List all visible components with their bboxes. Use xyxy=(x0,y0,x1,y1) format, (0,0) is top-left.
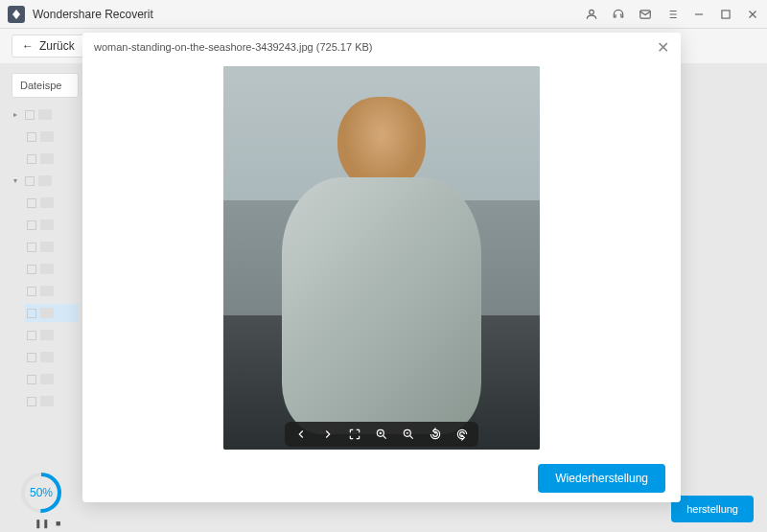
chevron-down-icon: ▾ xyxy=(13,176,21,185)
folder-icon xyxy=(40,352,54,362)
folder-icon xyxy=(40,396,54,406)
user-icon[interactable] xyxy=(585,8,598,21)
recover-button[interactable]: Wiederherstellung xyxy=(538,464,665,493)
stop-icon[interactable]: ■ xyxy=(56,519,60,528)
svg-rect-2 xyxy=(722,10,730,17)
tree-item[interactable] xyxy=(25,304,79,322)
folder-icon xyxy=(40,153,54,164)
tree-item[interactable] xyxy=(25,348,79,366)
checkbox[interactable] xyxy=(27,198,36,208)
tree-item[interactable] xyxy=(25,216,79,234)
back-button[interactable]: ← Zurück xyxy=(12,35,85,58)
checkbox[interactable] xyxy=(27,353,36,362)
folder-icon xyxy=(40,374,54,384)
folder-icon xyxy=(38,175,52,186)
app-icon xyxy=(8,6,25,23)
folder-icon xyxy=(40,330,54,340)
checkbox[interactable] xyxy=(27,375,36,384)
modal-filename: woman-standing-on-the-seashore-3439243.j… xyxy=(94,41,657,53)
headset-icon[interactable] xyxy=(612,8,625,21)
zoom-in-icon[interactable] xyxy=(375,428,388,441)
recover-button-bg[interactable]: herstellung xyxy=(671,496,754,522)
image-toolbar xyxy=(285,422,478,447)
list-icon[interactable] xyxy=(665,8,679,21)
tree-item[interactable] xyxy=(25,150,79,168)
folder-icon xyxy=(40,220,54,230)
pause-icon[interactable]: ❚❚ xyxy=(35,519,50,528)
maximize-icon[interactable] xyxy=(719,8,732,21)
back-label: Zurück xyxy=(39,39,75,53)
tree-item[interactable] xyxy=(25,326,79,344)
tree-item[interactable]: ▾ xyxy=(12,172,79,190)
sidebar: Dateispe ▸ ▾ xyxy=(12,73,79,485)
tree-item[interactable] xyxy=(25,194,79,212)
arrow-left-icon: ← xyxy=(22,39,34,53)
checkbox[interactable] xyxy=(27,132,36,142)
folder-icon xyxy=(38,109,52,120)
tree-item[interactable] xyxy=(25,282,79,300)
prev-icon[interactable] xyxy=(294,428,308,441)
folder-icon xyxy=(40,242,54,252)
tree-item[interactable] xyxy=(25,370,79,388)
progress-ring: 50% xyxy=(19,471,63,515)
checkbox[interactable] xyxy=(27,154,36,164)
checkbox[interactable] xyxy=(27,331,36,340)
app-title: Wondershare Recoverit xyxy=(33,8,585,21)
folder-icon xyxy=(40,264,54,274)
tree-header[interactable]: Dateispe xyxy=(12,73,79,98)
tree-item[interactable]: ▸ xyxy=(12,105,79,124)
folder-icon xyxy=(40,197,54,208)
modal-header: woman-standing-on-the-seashore-3439243.j… xyxy=(82,33,681,61)
folder-icon xyxy=(40,308,54,318)
next-icon[interactable] xyxy=(321,428,335,441)
folder-icon xyxy=(40,286,54,296)
preview-modal: woman-standing-on-the-seashore-3439243.j… xyxy=(82,33,681,502)
checkbox[interactable] xyxy=(27,287,36,296)
tree-item[interactable] xyxy=(25,260,79,278)
close-icon[interactable]: ✕ xyxy=(657,38,669,57)
tree-item[interactable] xyxy=(25,238,79,256)
tree-item[interactable] xyxy=(25,392,79,410)
rotate-right-icon[interactable] xyxy=(455,428,469,441)
checkbox[interactable] xyxy=(27,309,36,318)
preview-image xyxy=(223,66,540,450)
scan-controls: ❚❚ ■ xyxy=(35,519,60,528)
fullscreen-icon[interactable] xyxy=(348,428,361,441)
checkbox[interactable] xyxy=(25,110,35,120)
preview-body xyxy=(82,61,681,454)
svg-point-0 xyxy=(590,10,594,14)
checkbox[interactable] xyxy=(25,176,35,186)
titlebar: Wondershare Recoverit xyxy=(0,0,767,29)
close-icon[interactable] xyxy=(746,8,759,21)
zoom-out-icon[interactable] xyxy=(402,428,415,441)
checkbox[interactable] xyxy=(27,265,36,274)
folder-icon xyxy=(40,131,54,142)
chevron-right-icon: ▸ xyxy=(13,110,21,119)
modal-footer: Wiederherstellung xyxy=(82,454,681,502)
checkbox[interactable] xyxy=(27,397,36,406)
rotate-left-icon[interactable] xyxy=(429,428,442,441)
progress-percent: 50% xyxy=(19,471,63,515)
checkbox[interactable] xyxy=(27,220,36,230)
tree-item[interactable] xyxy=(25,127,79,146)
mail-icon[interactable] xyxy=(639,8,652,21)
checkbox[interactable] xyxy=(27,243,36,252)
minimize-icon[interactable] xyxy=(692,8,706,21)
